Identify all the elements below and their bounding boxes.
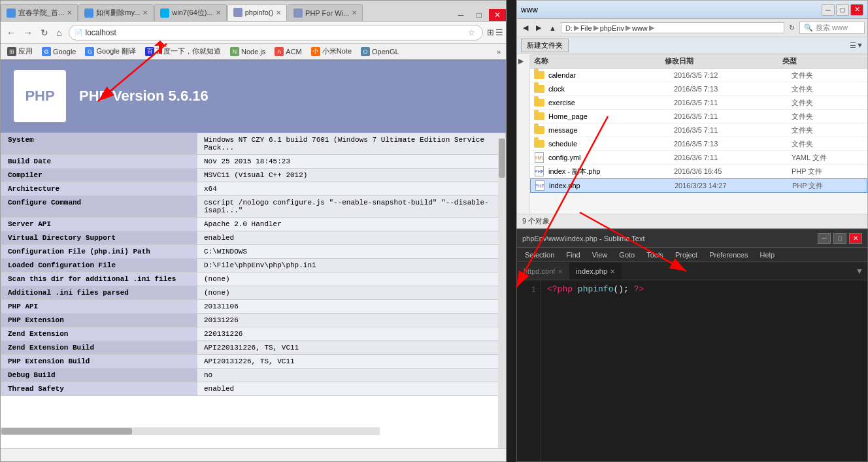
sublime-menu: Selection Find View Goto Tools Project P… [517, 248, 867, 262]
table-cell-label: Compiler [1, 169, 197, 182]
tab-close-5[interactable]: ✕ [352, 9, 357, 16]
sublime-menu-find[interactable]: Find [561, 250, 585, 260]
table-cell-value: x64 [197, 182, 506, 196]
sublime-menu-view[interactable]: View [587, 250, 613, 260]
tab-phpforwin[interactable]: PHP For Wi... ✕ [288, 4, 363, 21]
bookmark-acm[interactable]: A ACM [271, 46, 305, 57]
tab-win7[interactable]: win7(64位)... ✕ [154, 4, 226, 21]
bookmark-translate[interactable]: G Google 翻译 [81, 46, 140, 57]
table-cell-label: Zend Extension Build [1, 341, 197, 355]
bookmark-nodejs[interactable]: N Node.js [226, 46, 269, 57]
file-type: 文件夹 [788, 98, 853, 108]
fe-status-bar: 9 个对象 [517, 214, 867, 228]
address-bar[interactable]: 📄 localhost ☆ [69, 25, 483, 41]
table-row: Build DateNov 25 2015 18:45:23 [1, 155, 506, 169]
fe-col-type[interactable]: 类型 [778, 56, 844, 67]
sublime-tabs: httpd.conf ✕ index.php ✕ ▼ [517, 262, 867, 280]
bookmark-apps[interactable]: ⊞ 应用 [3, 46, 37, 57]
tab-delete[interactable]: 如何删除my... ✕ [78, 4, 154, 21]
tab-xuanchun[interactable]: 宜春学院_首... ✕ [1, 4, 78, 21]
php-logo: PHP [14, 70, 66, 122]
list-item[interactable]: calendar2016/3/5 7:12文件夹 [530, 69, 867, 82]
scrollbar-thumb-h[interactable] [1, 428, 132, 435]
sublime-menu-help[interactable]: Help [754, 250, 780, 260]
fe-refresh-button[interactable]: ↻ [786, 22, 798, 33]
list-item[interactable]: exercise2016/3/5 7:11文件夹 [530, 96, 867, 110]
home-button[interactable]: ⌂ [53, 26, 65, 39]
bookmark-baidu[interactable]: 百 百度一下，你就知道 [141, 46, 225, 57]
bookmark-opengl[interactable]: O OpenGL [357, 46, 403, 57]
list-item[interactable]: Home_page2016/3/5 7:11文件夹 [530, 110, 867, 124]
tab-label-4: phpinfo() [245, 8, 273, 16]
fe-up-button[interactable]: ▲ [546, 23, 559, 33]
list-item[interactable]: PHPindex - 副本.php2016/3/6 16:45PHP 文件 [530, 165, 867, 178]
table-cell-value: no [197, 369, 506, 382]
list-item[interactable]: PHPindex.php2016/3/23 14:27PHP 文件 [530, 178, 867, 193]
tab-label-3: win7(64位)... [172, 8, 212, 18]
code-space-1 [573, 284, 578, 294]
table-cell-label: Loaded Configuration File [1, 259, 197, 272]
sublime-close-button[interactable]: ✕ [849, 233, 862, 244]
fe-close-button[interactable]: ✕ [850, 4, 863, 16]
tab-close-1[interactable]: ✕ [67, 9, 72, 16]
fe-col-name[interactable]: 名称 [530, 56, 661, 67]
vertical-scrollbar[interactable] [498, 138, 506, 448]
minimize-button[interactable]: ─ [452, 9, 469, 21]
table-row: Loaded Configuration FileD:\File\phpEnv\… [1, 259, 506, 272]
sublime-tab-arrow[interactable]: ▼ [852, 264, 867, 278]
fe-maximize-button[interactable]: □ [836, 4, 849, 16]
sublime-menu-tools[interactable]: Tools [641, 250, 669, 260]
fe-nav-toggle[interactable]: ▶ [517, 54, 525, 68]
list-item[interactable]: YMLconfig.yml2016/3/6 7:11YAML 文件 [530, 151, 867, 165]
bookmarks-more-button[interactable]: » [494, 47, 503, 56]
sublime-code-content[interactable]: <?php phpinfo(); ?> [541, 280, 867, 461]
fe-forward-button[interactable]: ▶ [533, 22, 544, 33]
tab-close-2[interactable]: ✕ [142, 9, 148, 16]
sublime-menu-selection[interactable]: Selection [520, 250, 559, 260]
fe-address-box[interactable]: D: ▶ File ▶ phpEnv ▶ www ▶ [561, 22, 784, 33]
tab-close-4[interactable]: ✕ [276, 9, 281, 16]
fe-minimize-button[interactable]: ─ [822, 4, 835, 16]
mi-icon: 小 [311, 47, 320, 56]
bookmark-google[interactable]: G Google [38, 46, 80, 57]
fe-drive-icon: D: [565, 24, 573, 32]
sublime-tab-httpd-close[interactable]: ✕ [558, 268, 563, 275]
table-cell-label: Architecture [1, 182, 197, 196]
table-cell-value: cscript /nologo configure.js "--enable-s… [197, 196, 506, 218]
sublime-minimize-button[interactable]: ─ [818, 233, 831, 244]
list-item[interactable]: schedule2016/3/5 7:13文件夹 [530, 137, 867, 151]
menu-icon[interactable]: ☰ [495, 27, 503, 37]
list-item[interactable]: clock2016/3/5 7:13文件夹 [530, 82, 867, 96]
fe-new-folder-button[interactable]: 新建文件夹 [521, 39, 569, 52]
fe-back-button[interactable]: ◀ [520, 22, 531, 33]
reload-button[interactable]: ↻ [37, 26, 52, 39]
sublime-maximize-button[interactable]: □ [833, 233, 846, 244]
forward-button[interactable]: → [20, 26, 36, 39]
sublime-menu-preferences[interactable]: Preferences [704, 250, 753, 260]
bookmark-mi[interactable]: 小 小米Note [307, 46, 356, 57]
sublime-menu-goto[interactable]: Goto [614, 250, 640, 260]
table-cell-label: System [1, 133, 197, 155]
bookmark-star-icon[interactable]: ☆ [468, 28, 475, 37]
scrollbar-thumb-v[interactable] [499, 139, 505, 178]
tab-close-3[interactable]: ✕ [216, 9, 221, 16]
table-cell-label: Configuration File (php.ini) Path [1, 245, 197, 259]
file-type: 文件夹 [788, 125, 853, 135]
sublime-tab-index[interactable]: index.php ✕ [569, 263, 622, 280]
tab-phpinfo[interactable]: phpinfo() ✕ [227, 4, 287, 21]
extensions-icon[interactable]: ⊞ [487, 27, 494, 37]
close-button[interactable]: ✕ [489, 9, 506, 21]
fe-view-button[interactable]: ☰▼ [850, 41, 863, 50]
tab-favicon-2 [84, 8, 93, 18]
fe-search-box[interactable]: 🔍 搜索 www [799, 22, 865, 34]
sublime-tab-httpd[interactable]: httpd.conf ✕ [517, 263, 569, 280]
fe-col-date[interactable]: 修改日期 [661, 56, 778, 67]
back-button[interactable]: ← [3, 26, 19, 39]
folder-icon [534, 99, 544, 107]
table-row: CompilerMSVC11 (Visual C++ 2012) [1, 169, 506, 182]
maximize-button[interactable]: □ [471, 9, 488, 21]
sublime-tab-index-close[interactable]: ✕ [610, 268, 615, 275]
list-item[interactable]: message2016/3/5 7:11文件夹 [530, 124, 867, 137]
sublime-menu-project[interactable]: Project [670, 250, 703, 260]
horizontal-scrollbar[interactable] [1, 427, 380, 435]
